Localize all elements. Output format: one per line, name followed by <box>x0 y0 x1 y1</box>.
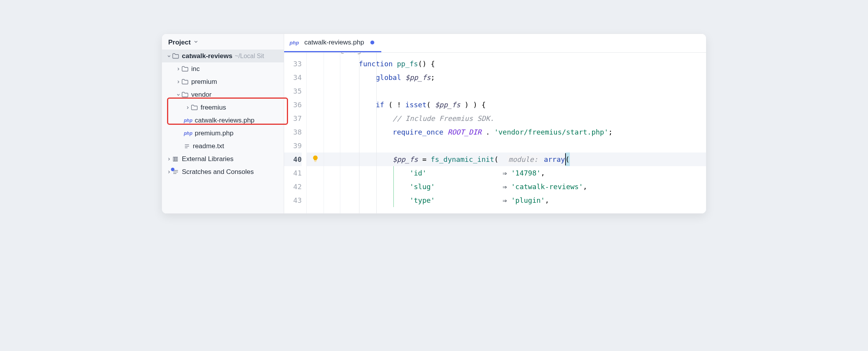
sidebar-title: Project <box>168 39 191 46</box>
editor-tabs: php catwalk-reviews.php <box>284 34 706 53</box>
tree-file-premium[interactable]: php premium.php <box>162 127 284 140</box>
folder-icon <box>181 92 189 98</box>
editor-tab-active[interactable]: php catwalk-reviews.php <box>284 34 381 52</box>
code-line[interactable]: require_once ROOT_DIR . 'vendor/freemius… <box>340 125 706 139</box>
gutter-fold[interactable] <box>324 53 340 213</box>
tab-filename: catwalk-reviews.php <box>304 39 364 46</box>
dirty-indicator-icon <box>370 41 374 44</box>
line-number: 36 <box>284 98 302 112</box>
tree-item-freemius[interactable]: freemius <box>162 101 284 114</box>
code-line[interactable] <box>340 84 706 98</box>
code-line[interactable]: // Include Freemius SDK. <box>340 112 706 125</box>
folder-icon <box>191 105 198 110</box>
svg-rect-3 <box>173 157 174 161</box>
line-number: 37 <box>284 112 302 125</box>
line-number: 39 <box>284 139 302 152</box>
code-content[interactable]: @usage function pp_fs() { global $pp_fs;… <box>340 53 706 213</box>
code-line[interactable]: function pp_fs() { <box>340 57 706 71</box>
folder-icon <box>181 79 189 85</box>
line-number: 34 <box>284 71 302 84</box>
svg-rect-5 <box>176 157 178 161</box>
code-line[interactable]: 'id' ⇒ '14798', <box>340 166 706 180</box>
code-line[interactable] <box>340 139 706 152</box>
line-number: 33 <box>284 57 302 71</box>
chevron-down-icon[interactable] <box>166 54 172 58</box>
tree-label: premium.php <box>195 129 233 137</box>
php-icon: php <box>184 131 192 136</box>
tree-label: premium <box>191 78 217 86</box>
chevron-down-icon[interactable] <box>193 39 199 46</box>
line-number: 38 <box>284 125 302 139</box>
php-icon: php <box>290 40 299 46</box>
chevron-right-icon[interactable] <box>175 67 181 71</box>
tree-label: vendor <box>191 91 212 99</box>
folder-icon <box>172 53 179 59</box>
gutter-line-numbers: 33 34 35 36 37 38 39 40 41 42 43 <box>284 53 307 213</box>
tree-root-label: catwalk-reviews <box>182 52 232 60</box>
library-icon <box>172 156 179 162</box>
ide-window: Project catwalk-reviews ~/Local Sit <box>162 34 706 214</box>
gutter-marks[interactable] <box>307 53 324 213</box>
tree-root[interactable]: catwalk-reviews ~/Local Sit <box>162 50 284 62</box>
tree-item-inc[interactable]: inc <box>162 62 284 75</box>
line-number-current: 40 <box>284 152 302 166</box>
tree-label: catwalk-reviews.php <box>195 117 254 124</box>
scratches-icon <box>172 169 179 175</box>
chevron-down-icon[interactable] <box>175 92 181 97</box>
tree-label: Scratches and Consoles <box>182 168 254 176</box>
sidebar-header[interactable]: Project <box>162 34 284 50</box>
editor-pane: php catwalk-reviews.php 33 34 35 36 37 3… <box>284 34 706 213</box>
line-number: 42 <box>284 180 302 193</box>
text-file-icon <box>184 143 190 149</box>
svg-rect-4 <box>175 157 176 161</box>
folder-icon <box>181 66 189 72</box>
tree-label: inc <box>191 65 200 73</box>
tree-scratches[interactable]: Scratches and Consoles <box>162 165 284 178</box>
code-line[interactable]: if ( ! isset( $pp_fs ) ) { <box>340 98 706 112</box>
code-area[interactable]: 33 34 35 36 37 38 39 40 41 42 43 <box>284 53 706 213</box>
chevron-right-icon[interactable] <box>185 105 191 110</box>
tree-file-readme[interactable]: readme.txt <box>162 140 284 152</box>
tree-label: External Libraries <box>182 155 233 163</box>
project-sidebar: Project catwalk-reviews ~/Local Sit <box>162 34 284 213</box>
line-number: 35 <box>284 84 302 98</box>
chevron-right-icon[interactable] <box>166 157 172 161</box>
line-number: 43 <box>284 193 302 207</box>
line-number: 41 <box>284 166 302 180</box>
tree-label: readme.txt <box>193 142 224 150</box>
chevron-right-icon[interactable] <box>175 80 181 84</box>
tree-item-premium[interactable]: premium <box>162 75 284 88</box>
project-tree: catwalk-reviews ~/Local Sit inc <box>162 50 284 213</box>
code-line-current[interactable]: $pp_fs = fs_dynamic_init( module: array( <box>340 152 706 166</box>
tree-label: freemius <box>201 104 226 112</box>
php-icon: php <box>184 118 192 123</box>
code-line[interactable]: 'slug' ⇒ 'catwalk-reviews', <box>340 180 706 193</box>
code-line[interactable]: 'type' ⇒ 'plugin', <box>340 193 706 207</box>
code-line[interactable]: global $pp_fs; <box>340 71 706 84</box>
lightbulb-icon[interactable] <box>307 155 324 163</box>
tree-file-main[interactable]: php catwalk-reviews.php <box>162 114 284 127</box>
tree-item-vendor[interactable]: vendor <box>162 88 284 101</box>
tree-root-path: ~/Local Sit <box>235 53 264 60</box>
tree-external-libraries[interactable]: External Libraries <box>162 152 284 165</box>
